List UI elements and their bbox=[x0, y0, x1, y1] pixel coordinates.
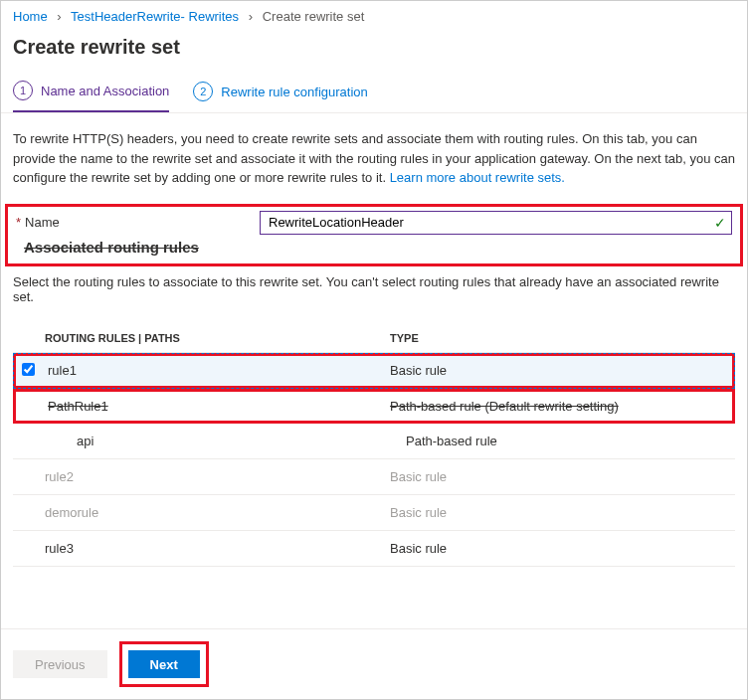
chevron-right-icon: › bbox=[57, 9, 61, 24]
next-button[interactable]: Next bbox=[128, 650, 200, 678]
row-name: demorule bbox=[41, 505, 390, 520]
learn-more-link[interactable]: Learn more about rewrite sets. bbox=[390, 170, 565, 185]
tabs: 1 Name and Association 2 Rewrite rule co… bbox=[1, 75, 747, 113]
table-row: demorule Basic rule bbox=[13, 495, 735, 531]
row-type: Basic rule bbox=[390, 541, 735, 556]
column-header-name: ROUTING RULES | PATHS bbox=[41, 332, 390, 344]
checkmark-icon: ✓ bbox=[714, 215, 726, 231]
tab-label: Name and Association bbox=[41, 84, 169, 98]
row-name: rule1 bbox=[44, 363, 390, 378]
breadcrumb-home[interactable]: Home bbox=[13, 9, 48, 24]
tab-label: Rewrite rule configuration bbox=[221, 85, 367, 99]
row-name: rule3 bbox=[41, 541, 390, 556]
row-name: rule2 bbox=[41, 469, 390, 484]
row-type: Path-based rule bbox=[406, 434, 735, 448]
row-type: Path-based rule (Default rewrite setting… bbox=[390, 399, 732, 414]
breadcrumb: Home › TestHeaderRewrite- Rewrites › Cre… bbox=[1, 1, 747, 32]
row-type: Basic rule bbox=[390, 505, 735, 520]
page-title: Create rewrite set bbox=[1, 32, 747, 75]
row-type: Basic rule bbox=[390, 363, 732, 378]
table-row[interactable]: rule1 Basic rule bbox=[13, 353, 735, 389]
required-asterisk: * bbox=[16, 215, 21, 230]
breadcrumb-rewrites[interactable]: TestHeaderRewrite- Rewrites bbox=[71, 9, 239, 24]
table-row[interactable]: rule3 Basic rule bbox=[13, 531, 735, 567]
table-header: ROUTING RULES | PATHS TYPE bbox=[13, 324, 735, 353]
previous-button[interactable]: Previous bbox=[13, 650, 107, 678]
name-input[interactable] bbox=[260, 211, 732, 235]
routing-rules-table: ROUTING RULES | PATHS TYPE rule1 Basic r… bbox=[13, 324, 735, 567]
tab-name-association[interactable]: 1 Name and Association bbox=[13, 75, 169, 112]
name-section-highlight: *Name ✓ Associated routing rules bbox=[5, 204, 743, 266]
tab-rewrite-rule-config[interactable]: 2 Rewrite rule configuration bbox=[193, 75, 367, 112]
name-label: *Name bbox=[16, 215, 260, 230]
table-row[interactable]: api Path-based rule bbox=[13, 424, 735, 459]
routing-rules-description: Select the routing rules to associate to… bbox=[1, 266, 747, 324]
table-row: rule2 Basic rule bbox=[13, 459, 735, 495]
breadcrumb-current: Create rewrite set bbox=[263, 9, 365, 24]
row-name: PathRule1 bbox=[44, 399, 390, 414]
column-header-type: TYPE bbox=[390, 332, 735, 344]
row-checkbox[interactable] bbox=[22, 363, 35, 376]
row-name: api bbox=[41, 434, 406, 448]
footer: Previous Next bbox=[1, 628, 747, 699]
row-type: Basic rule bbox=[390, 469, 735, 484]
description-text: To rewrite HTTP(S) headers, you need to … bbox=[1, 129, 747, 204]
table-row[interactable]: PathRule1 Path-based rule (Default rewri… bbox=[13, 389, 735, 424]
tab-number-1: 1 bbox=[13, 81, 33, 100]
tab-number-2: 2 bbox=[193, 82, 213, 101]
associated-routing-rules-heading: Associated routing rules bbox=[24, 239, 199, 256]
chevron-right-icon: › bbox=[249, 9, 253, 24]
next-button-highlight: Next bbox=[119, 641, 209, 687]
